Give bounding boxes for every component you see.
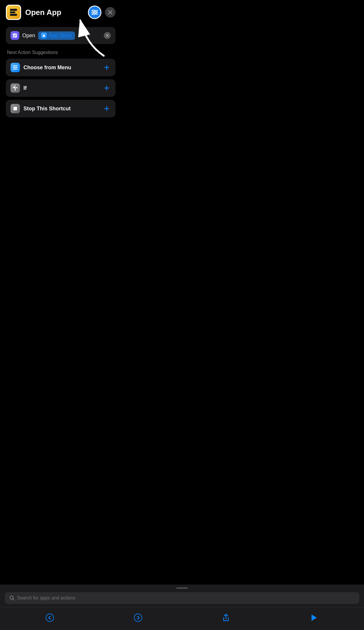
stop-icon	[11, 104, 20, 113]
app-store-badge[interactable]: App Store	[38, 31, 75, 40]
add-stop-shortcut-button[interactable]	[103, 104, 111, 113]
svg-rect-15	[13, 65, 18, 66]
add-if-button[interactable]	[103, 84, 111, 92]
settings-button[interactable]	[88, 6, 101, 19]
list-item[interactable]: If	[6, 79, 115, 97]
stop-shortcut-label: Stop This Shortcut	[23, 106, 99, 112]
app-icon	[6, 5, 21, 20]
svg-rect-22	[13, 107, 17, 110]
add-choose-from-menu-button[interactable]	[103, 63, 111, 72]
open-app-action[interactable]: Open App Store	[6, 27, 115, 44]
svg-point-8	[93, 13, 94, 15]
choose-from-menu-icon	[11, 63, 20, 72]
action-icon	[11, 31, 19, 40]
svg-rect-16	[13, 67, 18, 68]
svg-point-6	[95, 11, 97, 13]
svg-point-4	[93, 10, 94, 11]
open-verb: Open	[22, 33, 35, 39]
page-title: Open App	[25, 8, 88, 17]
svg-rect-0	[10, 9, 17, 11]
choose-from-menu-label: Choose from Menu	[23, 65, 99, 71]
close-button[interactable]	[105, 7, 115, 18]
header: Open App	[0, 0, 121, 25]
app-store-label: App Store	[49, 33, 72, 39]
suggestions-list: Choose from Menu If	[0, 59, 121, 117]
svg-rect-17	[13, 69, 18, 70]
if-icon	[11, 83, 20, 93]
list-item[interactable]: Choose from Menu	[6, 59, 115, 76]
svg-rect-1	[10, 11, 15, 13]
if-label: If	[23, 85, 99, 91]
header-controls	[88, 6, 115, 19]
section-title: Next Action Suggestions	[0, 50, 121, 59]
list-item[interactable]: Stop This Shortcut	[6, 100, 115, 117]
remove-action-button[interactable]	[104, 32, 111, 39]
app-store-icon	[41, 33, 47, 38]
svg-rect-2	[10, 14, 17, 16]
